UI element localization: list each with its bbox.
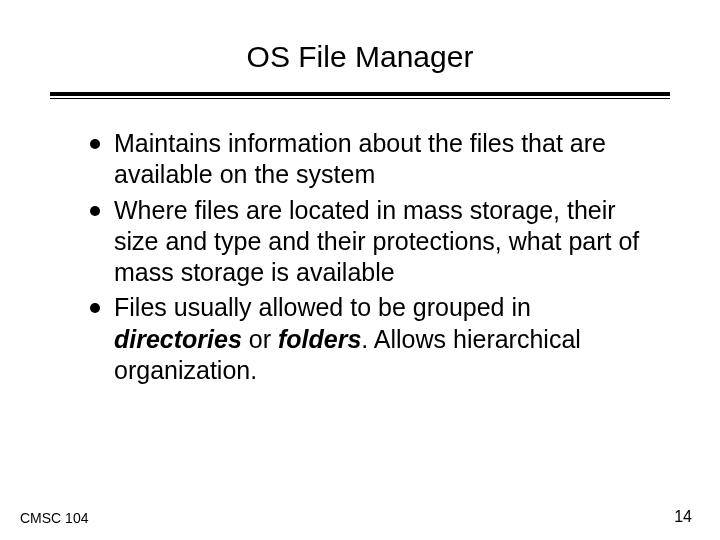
bullet-icon — [90, 303, 100, 313]
list-item: Where files are located in mass storage,… — [90, 195, 660, 289]
bullet-text: Where files are located in mass storage,… — [114, 195, 660, 289]
list-item: Maintains information about the files th… — [90, 128, 660, 191]
divider-thin — [50, 98, 670, 99]
footer-course: CMSC 104 — [20, 510, 88, 526]
bullet-text-pre: Where files are located in mass storage,… — [114, 196, 639, 287]
bullet-icon — [90, 139, 100, 149]
slide-title: OS File Manager — [50, 40, 670, 74]
bullet-text: Maintains information about the files th… — [114, 128, 660, 191]
bullet-text-em1: directories — [114, 325, 242, 353]
bullet-text-em2: folders — [278, 325, 361, 353]
footer-page: 14 — [674, 508, 692, 526]
bullet-icon — [90, 206, 100, 216]
bullet-text-mid: or — [242, 325, 278, 353]
bullet-text-pre: Files usually allowed to be grouped in — [114, 293, 531, 321]
bullet-list: Maintains information about the files th… — [50, 128, 670, 386]
divider-thick — [50, 92, 670, 96]
title-divider — [50, 92, 670, 98]
list-item: Files usually allowed to be grouped in d… — [90, 292, 660, 386]
bullet-text-pre: Maintains information about the files th… — [114, 129, 606, 188]
slide: OS File Manager Maintains information ab… — [0, 0, 720, 540]
bullet-text: Files usually allowed to be grouped in d… — [114, 292, 660, 386]
